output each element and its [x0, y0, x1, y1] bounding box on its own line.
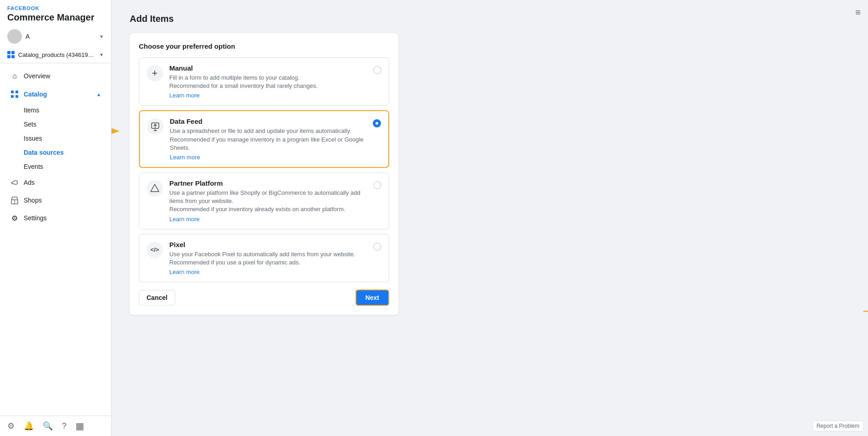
action-bar: Cancel Next [139, 289, 389, 306]
sidebar-header: FACEBOOK Commerce Manager ≡ [0, 0, 111, 25]
cancel-button[interactable]: Cancel [139, 290, 175, 305]
pixel-title: Pixel [169, 241, 367, 248]
shops-icon [10, 196, 19, 205]
sidebar-item-issues[interactable]: Issues [3, 132, 108, 145]
pixel-learn-more[interactable]: Learn more [169, 269, 199, 275]
sidebar-item-items[interactable]: Items [3, 103, 108, 117]
pixel-icon: </> [147, 242, 163, 258]
sidebar-item-ads[interactable]: Ads [3, 174, 108, 191]
events-label: Events [24, 163, 43, 170]
ads-label: Ads [24, 179, 35, 186]
pixel-radio[interactable] [373, 243, 381, 251]
avatar [7, 29, 22, 44]
catalog-selector[interactable]: Catalog_products (43461994... ▼ [0, 48, 111, 63]
account-name: A [25, 33, 96, 40]
search-icon[interactable]: 🔍 [43, 421, 53, 431]
manual-radio[interactable] [373, 66, 381, 74]
partner-platform-radio[interactable] [373, 181, 381, 189]
shops-label: Shops [24, 197, 42, 204]
settings-label: Settings [24, 214, 47, 222]
sidebar-item-data-sources[interactable]: Data sources [3, 146, 108, 159]
catalog-name: Catalog_products (43461994... [18, 51, 96, 58]
report-problem-button[interactable]: Report a Problem [812, 421, 863, 431]
items-label: Items [24, 106, 39, 114]
svg-marker-13 [151, 184, 159, 192]
catalog-icon [10, 90, 19, 99]
app-title: Commerce Manager [7, 12, 94, 23]
sidebar-item-overview[interactable]: ⌂ Overview [3, 67, 108, 85]
grid-icon [7, 51, 15, 58]
data-feed-icon [147, 118, 163, 135]
partner-platform-icon [147, 180, 163, 197]
next-button[interactable]: Next [355, 289, 389, 306]
hamburger-icon[interactable]: ≡ [855, 4, 868, 18]
settings-footer-icon[interactable]: ⚙ [7, 421, 15, 431]
option-card-pixel[interactable]: </> Pixel Use your Facebook Pixel to aut… [139, 234, 389, 282]
manual-title: Manual [169, 64, 367, 72]
svg-rect-1 [15, 91, 18, 93]
option-card-data-feed[interactable]: Data Feed Use a spreadsheet or file to a… [139, 110, 389, 168]
sidebar-item-catalog[interactable]: Catalog ▲ [3, 86, 108, 103]
sidebar-item-events[interactable]: Events [3, 160, 108, 173]
overview-label: Overview [24, 72, 50, 80]
account-selector[interactable]: A ▼ [0, 25, 111, 48]
svg-rect-2 [11, 95, 14, 98]
sets-label: Sets [24, 121, 36, 128]
arrow-next-button [863, 302, 868, 320]
catalog-chevron-up-icon: ▲ [96, 92, 101, 97]
main-content: Add Items Choose your preferred option [112, 0, 868, 436]
issues-label: Issues [24, 135, 42, 142]
data-feed-learn-more[interactable]: Learn more [170, 154, 200, 161]
data-feed-desc: Use a spreadsheet or file to add and upd… [170, 127, 366, 152]
data-feed-radio[interactable] [373, 119, 381, 127]
sidebar-item-shops[interactable]: Shops [3, 192, 108, 209]
option-card-partner-platform[interactable]: Partner Platform Use a partner platform … [139, 172, 389, 229]
catalog-chevron-icon: ▼ [99, 52, 104, 57]
sidebar-footer: ⚙ 🔔 🔍 ? ▦ [0, 416, 111, 436]
brand-label: FACEBOOK [7, 5, 94, 11]
partner-platform-desc: Use a partner platform like Shopify or B… [169, 189, 367, 214]
sidebar-item-sets[interactable]: Sets [3, 117, 108, 131]
manual-desc: Fill in a form to add multiple items to … [169, 74, 367, 90]
option-card-manual[interactable]: + Manual Fill in a form to add multiple … [139, 57, 389, 106]
nav-section: ⌂ Overview Catalog ▲ Items [0, 63, 111, 416]
svg-rect-0 [11, 91, 14, 93]
catalog-label: Catalog [24, 91, 47, 98]
data-feed-title: Data Feed [170, 117, 366, 125]
page-title: Add Items [130, 14, 850, 24]
svg-rect-3 [15, 95, 18, 98]
home-icon: ⌂ [10, 71, 19, 81]
help-icon[interactable]: ? [62, 421, 66, 431]
notifications-icon[interactable]: 🔔 [24, 421, 34, 431]
manual-icon: + [147, 65, 163, 81]
panel-subtitle: Choose your preferred option [139, 42, 389, 50]
sidebar: FACEBOOK Commerce Manager ≡ A ▼ Catalog_… [0, 0, 112, 436]
pixel-desc: Use your Facebook Pixel to automatically… [169, 250, 367, 267]
ads-icon [10, 178, 19, 187]
data-sources-label: Data sources [24, 149, 64, 156]
manual-learn-more[interactable]: Learn more [169, 92, 199, 99]
partner-platform-learn-more[interactable]: Learn more [169, 216, 199, 223]
arrow-data-feed [112, 122, 125, 140]
options-panel: Choose your preferred option + Manual Fi… [130, 33, 398, 315]
partner-platform-title: Partner Platform [169, 179, 367, 187]
settings-icon: ⚙ [10, 213, 19, 223]
chevron-down-icon: ▼ [99, 34, 104, 39]
sidebar-item-settings[interactable]: ⚙ Settings [3, 209, 108, 227]
catalog-nav-group: Catalog ▲ Items Sets Issues Data sources… [0, 86, 111, 173]
layout-icon[interactable]: ▦ [76, 421, 84, 431]
